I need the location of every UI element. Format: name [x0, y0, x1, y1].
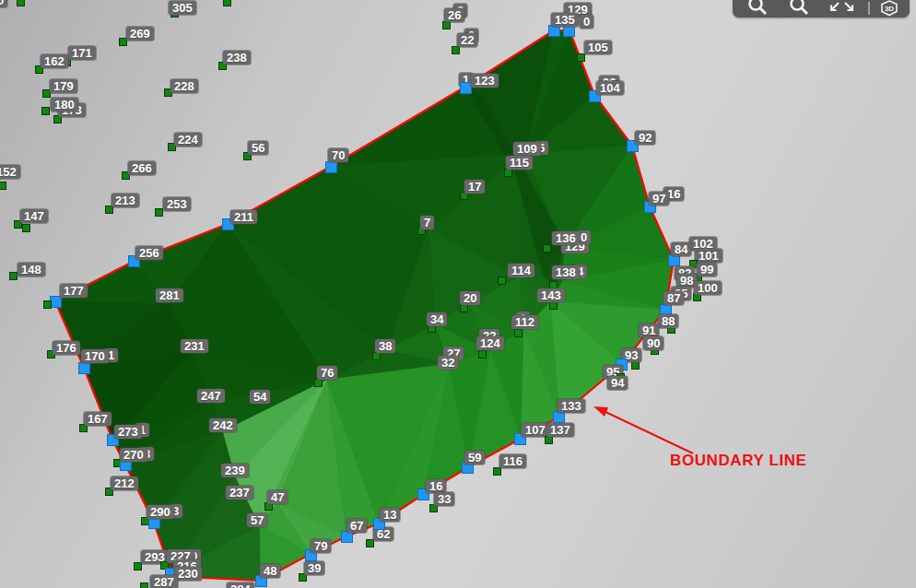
- boundary-annotation-arrow[interactable]: [593, 406, 693, 453]
- svg-text:3D: 3D: [885, 5, 894, 13]
- zoom-extents-tool[interactable]: [831, 3, 852, 10]
- terrain-facets: [55, 30, 674, 581]
- view-toolbar: 3D: [733, 0, 910, 18]
- tin-surface-svg: BOUNDARY LINE: [0, 0, 916, 588]
- view-3d-tool[interactable]: 3D: [882, 1, 897, 16]
- boundary-annotation-label[interactable]: BOUNDARY LINE: [670, 452, 807, 469]
- cad-viewport[interactable]: BOUNDARY LINE 03052691711621791731802382…: [0, 0, 916, 588]
- zoom-in-tool[interactable]: [750, 0, 767, 14]
- zoom-out-tool[interactable]: [792, 0, 808, 14]
